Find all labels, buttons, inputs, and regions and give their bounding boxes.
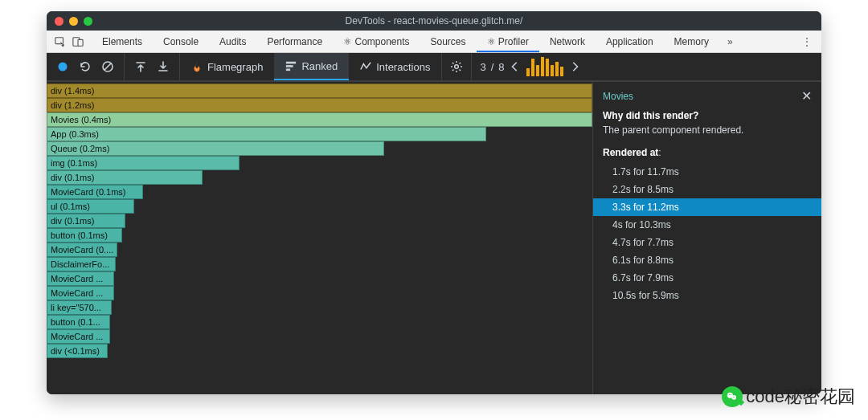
flame-icon bbox=[191, 61, 203, 72]
svg-point-11 bbox=[732, 395, 737, 400]
ranked-bar[interactable]: div (0.1ms) bbox=[47, 170, 203, 185]
rendered-at-item[interactable]: 4.7s for 7.7ms bbox=[606, 234, 812, 251]
svg-point-15 bbox=[735, 397, 735, 398]
ranked-bar[interactable]: MovieCard ... bbox=[47, 329, 110, 344]
interactions-icon bbox=[360, 61, 371, 72]
tab-network[interactable]: Network bbox=[539, 31, 596, 52]
reload-button[interactable] bbox=[79, 60, 92, 73]
tabs-overflow-button[interactable]: » bbox=[719, 31, 741, 52]
ranked-bar[interactable]: button (0.1ms) bbox=[47, 228, 122, 243]
ranked-bar[interactable]: ul (0.1ms) bbox=[47, 199, 134, 214]
tab-application[interactable]: Application bbox=[596, 31, 664, 52]
commit-current: 3 bbox=[480, 61, 485, 73]
ranked-bar[interactable]: MovieCard ... bbox=[47, 286, 114, 300]
ranked-bar[interactable]: MovieCard (0.1ms) bbox=[47, 185, 143, 199]
ranked-bar[interactable]: div (1.2ms) bbox=[47, 98, 592, 112]
svg-rect-6 bbox=[286, 62, 296, 64]
svg-point-14 bbox=[733, 397, 734, 398]
inspect-element-icon[interactable] bbox=[55, 36, 66, 47]
svg-point-12 bbox=[729, 394, 730, 395]
tab-console[interactable]: Console bbox=[153, 31, 209, 52]
commit-navigator: 3 / 8 bbox=[471, 53, 581, 80]
watermark: code秘密花园 bbox=[722, 385, 855, 409]
tab-memory[interactable]: Memory bbox=[664, 31, 719, 52]
ranked-bar[interactable]: img (0.1ms) bbox=[47, 156, 240, 170]
record-button[interactable] bbox=[56, 60, 69, 73]
tab-elements[interactable]: Elements bbox=[92, 31, 153, 52]
ranked-bar[interactable]: button (0.1... bbox=[47, 315, 110, 329]
devtools-menu-button[interactable]: ⋮ bbox=[792, 31, 821, 52]
ranked-bar[interactable]: li key="570... bbox=[47, 300, 112, 315]
tab-sources[interactable]: Sources bbox=[420, 31, 477, 52]
rendered-at-list: 1.7s for 11.7ms2.2s for 8.5ms3.3s for 11… bbox=[603, 163, 812, 304]
tab-audits[interactable]: Audits bbox=[209, 31, 256, 52]
why-render-reason: The parent component rendered. bbox=[603, 124, 812, 136]
commit-bar[interactable] bbox=[555, 62, 559, 76]
tab--profiler[interactable]: ⚛ Profiler bbox=[477, 31, 539, 52]
commit-total: 8 bbox=[498, 61, 504, 73]
tab-performance[interactable]: Performance bbox=[256, 31, 333, 52]
flamegraph-label: Flamegraph bbox=[207, 61, 263, 73]
ranked-bar[interactable]: div (0.1ms) bbox=[47, 214, 125, 228]
svg-point-3 bbox=[59, 63, 68, 71]
flamegraph-tab[interactable]: Flamegraph bbox=[180, 53, 274, 80]
close-sidebar-button[interactable]: ✕ bbox=[801, 88, 812, 104]
commit-bar[interactable] bbox=[560, 67, 563, 76]
ranked-bar[interactable]: Queue (0.2ms) bbox=[47, 141, 384, 156]
rendered-at-item[interactable]: 1.7s for 11.7ms bbox=[606, 163, 812, 181]
ranked-bar[interactable]: App (0.3ms) bbox=[47, 127, 486, 141]
interactions-label: Interactions bbox=[376, 61, 430, 73]
wechat-icon bbox=[722, 386, 743, 407]
commit-bar[interactable] bbox=[551, 65, 554, 76]
devtools-window: DevTools - react-movies-queue.glitch.me/… bbox=[47, 11, 821, 394]
rendered-at-item[interactable]: 2.2s for 8.5ms bbox=[606, 181, 812, 198]
ranked-chart: div (1.4ms)div (1.2ms)Movies (0.4ms)App … bbox=[47, 82, 592, 394]
ranked-bar[interactable]: div (<0.1ms) bbox=[47, 344, 108, 358]
prev-commit-button[interactable] bbox=[509, 60, 522, 73]
ranked-icon bbox=[285, 60, 297, 71]
ranked-bar[interactable]: DisclaimerFo... bbox=[47, 257, 116, 271]
devtools-tabs: ElementsConsoleAuditsPerformance⚛ Compon… bbox=[47, 31, 821, 53]
why-render-title: Why did this render? bbox=[603, 110, 698, 121]
commit-bar[interactable] bbox=[531, 59, 534, 76]
rendered-at-item[interactable]: 4s for 10.3ms bbox=[606, 216, 812, 234]
svg-point-9 bbox=[455, 65, 459, 69]
commit-bar[interactable] bbox=[541, 57, 544, 76]
ranked-label: Ranked bbox=[301, 60, 338, 72]
svg-rect-7 bbox=[286, 65, 293, 67]
selected-component-name: Movies bbox=[603, 91, 633, 102]
clear-button[interactable] bbox=[101, 60, 114, 73]
watermark-text: code秘密花园 bbox=[746, 385, 855, 409]
tab--components[interactable]: ⚛ Components bbox=[333, 31, 420, 52]
settings-icon[interactable] bbox=[450, 60, 463, 73]
tab-leading-icons bbox=[47, 31, 92, 52]
commit-sep: / bbox=[491, 61, 494, 73]
rendered-at-item[interactable]: 6.7s for 7.9ms bbox=[606, 269, 812, 287]
ranked-bar[interactable]: Movies (0.4ms) bbox=[47, 112, 592, 127]
rendered-at-item[interactable]: 3.3s for 11.2ms bbox=[593, 198, 821, 216]
next-commit-button[interactable] bbox=[568, 60, 581, 73]
import-button[interactable] bbox=[134, 60, 147, 73]
interactions-tab[interactable]: Interactions bbox=[349, 53, 442, 80]
profiler-body: div (1.4ms)div (1.2ms)Movies (0.4ms)App … bbox=[47, 82, 821, 394]
ranked-tab[interactable]: Ranked bbox=[274, 53, 349, 80]
svg-rect-2 bbox=[78, 39, 83, 46]
svg-point-13 bbox=[731, 394, 731, 395]
commit-bars-chart[interactable] bbox=[526, 57, 563, 76]
svg-rect-8 bbox=[286, 69, 290, 71]
commit-bar[interactable] bbox=[526, 68, 530, 76]
ranked-bar[interactable]: MovieCard ... bbox=[47, 271, 114, 286]
profiler-sidebar: Movies ✕ Why did this render? The parent… bbox=[592, 82, 821, 394]
commit-bar[interactable] bbox=[546, 59, 549, 76]
titlebar: DevTools - react-movies-queue.glitch.me/ bbox=[47, 11, 821, 31]
svg-line-5 bbox=[104, 63, 111, 70]
rendered-at-item[interactable]: 10.5s for 5.9ms bbox=[606, 287, 812, 304]
ranked-bar[interactable]: MovieCard (0.... bbox=[47, 243, 117, 257]
device-toolbar-icon[interactable] bbox=[72, 36, 84, 47]
window-title: DevTools - react-movies-queue.glitch.me/ bbox=[47, 15, 821, 27]
export-button[interactable] bbox=[157, 60, 170, 73]
commit-bar[interactable] bbox=[536, 65, 539, 76]
ranked-bar[interactable]: div (1.4ms) bbox=[47, 84, 592, 98]
profiler-toolbar: Flamegraph Ranked Interactions 3 / 8 bbox=[47, 53, 821, 82]
rendered-at-item[interactable]: 6.1s for 8.8ms bbox=[606, 251, 812, 269]
